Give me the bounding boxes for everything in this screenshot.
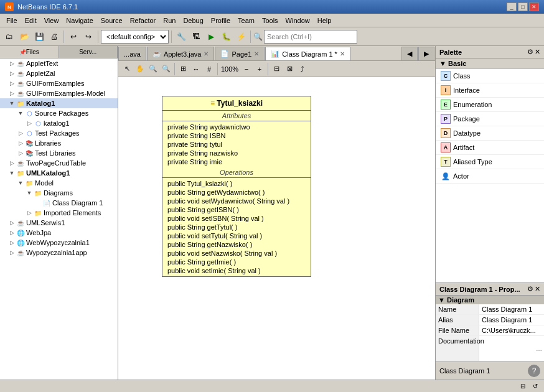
palette-item-artifact[interactable]: A Artifact [436, 141, 544, 155]
tree-item-webwypozyczalnia[interactable]: ▷ 🌐 WebWypozyczalnia1 [0, 238, 118, 248]
tab-class-diagram[interactable]: 📊 Class Diagram 1 * ✕ [265, 47, 350, 60]
pan-tool[interactable]: ✋ [134, 63, 146, 75]
statusbar-icon-2[interactable]: ↺ [530, 381, 540, 391]
diagram-canvas[interactable]: ≡ Tytul_ksiazki Attributes private Strin… [118, 77, 435, 380]
palette-item-package[interactable]: P Package [436, 112, 544, 126]
tab-applet3[interactable]: ☕ Applet3.java ✕ [147, 47, 215, 60]
export-btn[interactable]: ⤴ [296, 63, 309, 75]
palette-item-interface[interactable]: I Interface [436, 83, 544, 98]
tree-item-source-packages[interactable]: ▼ ⬡ Source Packages [0, 108, 118, 118]
window-controls[interactable]: _ □ ✕ [507, 2, 539, 11]
menu-refactor[interactable]: Refactor [126, 16, 160, 26]
menu-tools[interactable]: Tools [258, 16, 282, 26]
tree-item-guiformexamples[interactable]: ▷ ☕ GUIFormExamples [0, 78, 118, 88]
tree-item-model[interactable]: ▼ 📁 Model [0, 178, 118, 188]
class-box-tytul-ksiazki[interactable]: ≡ Tytul_ksiazki Attributes private Strin… [162, 96, 311, 277]
zoom-plus-btn[interactable]: + [253, 63, 266, 75]
props-footer-icon[interactable]: ? [528, 365, 540, 377]
props-docs-btn[interactable]: … [534, 336, 544, 361]
tab-services[interactable]: Serv... [59, 46, 118, 58]
tree-item-appletzal[interactable]: ▷ ☕ AppletZal [0, 68, 118, 78]
menu-window[interactable]: Window [282, 16, 314, 26]
tab-close-icon[interactable]: ✕ [204, 50, 209, 57]
palette-close-btn[interactable]: ✕ [535, 48, 540, 56]
tree-item-diagrams[interactable]: ▼ 📁 Diagrams [0, 188, 118, 198]
scroll-tabs-left[interactable]: ◀ [401, 47, 418, 60]
fit-page-btn[interactable]: ⊞ [177, 63, 189, 75]
tree-item-class-diagram-1[interactable]: 📄 Class Diagram 1 [0, 198, 118, 208]
open-project-button[interactable]: 📂 [17, 30, 31, 44]
undo-button[interactable]: ↩ [67, 30, 80, 44]
palette-item-label: Class [453, 72, 471, 80]
op-line-6: public String getTytul( ) [167, 223, 306, 231]
tab-page1[interactable]: 📄 Page1 ✕ [215, 47, 265, 60]
menu-source[interactable]: Source [97, 16, 126, 26]
tree-item-wypozyczalnia1app[interactable]: ▷ ☕ Wypozyczalnia1app [0, 248, 118, 258]
snap-btn[interactable]: ⊟ [270, 63, 283, 75]
tree-item-umlserwis1[interactable]: ▷ ☕ UMLSerwis1 [0, 218, 118, 228]
expand-icon: ▷ [17, 130, 24, 136]
tree-item-test-packages[interactable]: ▷ ⬡ Test Packages [0, 128, 118, 138]
grid-btn[interactable]: # [203, 63, 215, 75]
palette-item-datatype[interactable]: D Datatype [436, 126, 544, 141]
palette-item-aliased-type[interactable]: T Aliased Type [436, 155, 544, 169]
tree-item-webjpa[interactable]: ▷ 🌐 WebJpa [0, 228, 118, 238]
build-button[interactable]: 🔧 [174, 30, 188, 44]
tab-close-icon[interactable]: ✕ [254, 50, 259, 57]
clean-build-button[interactable]: 🏗 [189, 30, 203, 44]
zoom-in-btn[interactable]: 🔍 [147, 63, 159, 75]
op-line-7: public void setTytul( String val ) [167, 231, 306, 240]
select-tool[interactable]: ↖ [121, 63, 133, 75]
run-button[interactable]: ▶ [204, 30, 218, 44]
profile-run-button[interactable]: ⚡ [234, 30, 248, 44]
props-close-btn[interactable]: ✕ [535, 285, 540, 293]
debug-button[interactable]: 🐛 [219, 30, 233, 44]
config-select[interactable]: <default config> [101, 30, 169, 44]
scroll-tabs-right[interactable]: ▶ [418, 47, 434, 60]
palette-group-basic[interactable]: ▼ Basic [436, 58, 544, 69]
menu-edit[interactable]: Edit [21, 16, 40, 26]
palette-settings-btn[interactable]: ⚙ [527, 48, 533, 56]
palette-item-actor[interactable]: 👤 Actor [436, 169, 544, 184]
maximize-button[interactable]: □ [518, 2, 528, 11]
tree-item-twopage[interactable]: ▷ ☕ TwoPageCrudTable [0, 158, 118, 168]
tree-item-guiformexamples-model[interactable]: ▷ ☕ GUIFormExamples-Model [0, 88, 118, 98]
menu-navigate[interactable]: Navigate [62, 16, 96, 26]
tree-item-katalog1[interactable]: ▼ 📁 Katalog1 [0, 98, 118, 108]
menu-debug[interactable]: Debug [179, 16, 207, 26]
minimize-button[interactable]: _ [507, 2, 517, 11]
menu-run[interactable]: Run [159, 16, 179, 26]
tree-item-applettext[interactable]: ▷ ☕ AppletText [0, 58, 118, 68]
zoom-100-btn[interactable]: 100% [220, 63, 240, 75]
palette-item-class[interactable]: C Class [436, 69, 544, 83]
new-project-button[interactable]: 🗂 [2, 30, 16, 44]
menu-help[interactable]: Help [314, 16, 335, 26]
props-row-filename: File Name C:\Users\kruczk... [436, 325, 544, 336]
close-button[interactable]: ✕ [529, 2, 539, 11]
tree-item-test-libraries[interactable]: ▷ 📚 Test Libraries [0, 148, 118, 158]
tab-ava[interactable]: ...ava [118, 47, 146, 60]
tree-item-libraries[interactable]: ▷ 📚 Libraries [0, 138, 118, 148]
props-settings-btn[interactable]: ⚙ [527, 285, 533, 293]
palette-item-label: Package [453, 115, 480, 123]
interface-palette-icon: I [441, 85, 451, 95]
redo-button[interactable]: ↪ [82, 30, 95, 44]
menu-profile[interactable]: Profile [207, 16, 234, 26]
tree-item-umlkatalog1[interactable]: ▼ 📁 UMLKatalog1 [0, 168, 118, 178]
tab-files[interactable]: 📌 Files [0, 46, 59, 58]
zoom-minus-btn[interactable]: − [240, 63, 253, 75]
save-all-button[interactable]: 💾 [32, 30, 46, 44]
menu-file[interactable]: File [2, 16, 21, 26]
fit-width-btn[interactable]: ↔ [190, 63, 202, 75]
tab-close-icon[interactable]: ✕ [340, 50, 345, 57]
tree-item-imported-elements[interactable]: ▷ 📁 Imported Elements [0, 208, 118, 218]
tree-item-katalog1-pkg[interactable]: ▷ ⬡ katalog1 [0, 118, 118, 128]
print-button[interactable]: 🖨 [47, 30, 61, 44]
layout-btn[interactable]: ⊠ [283, 63, 296, 75]
menu-team[interactable]: Team [234, 16, 258, 26]
search-input[interactable] [264, 30, 357, 44]
statusbar-icon-1[interactable]: ⊟ [518, 381, 528, 391]
menu-view[interactable]: View [40, 16, 63, 26]
zoom-out-btn[interactable]: 🔍 [160, 63, 172, 75]
palette-item-enumeration[interactable]: E Enumeration [436, 98, 544, 112]
